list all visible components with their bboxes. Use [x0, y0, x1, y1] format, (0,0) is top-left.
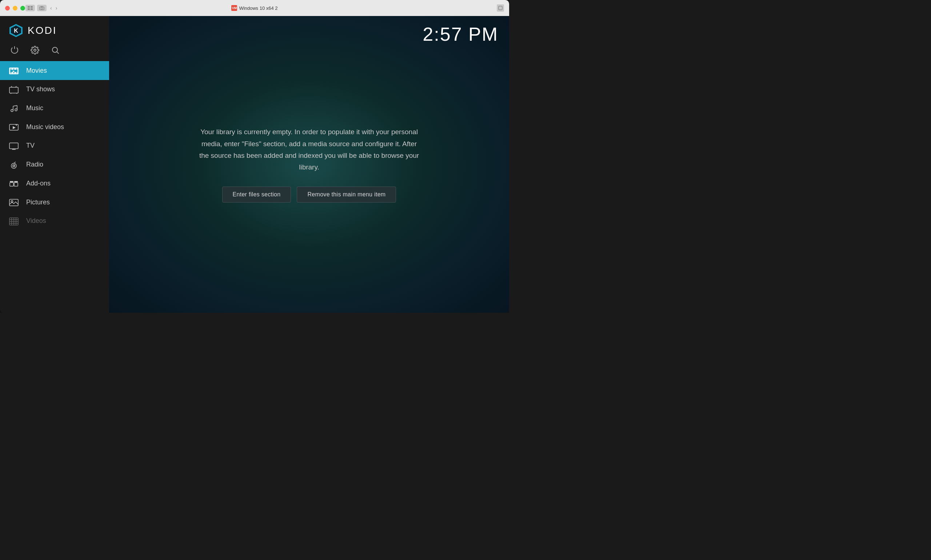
svg-point-16: [11, 68, 12, 69]
minimize-button[interactable]: [13, 6, 17, 11]
sidebar: K KODI: [0, 16, 109, 313]
sidebar-item-musicvideos[interactable]: Music videos: [0, 117, 109, 136]
sidebar-label-radio: Radio: [26, 161, 43, 168]
forward-button[interactable]: ›: [54, 5, 59, 12]
sidebar-item-pictures[interactable]: Pictures: [0, 193, 109, 212]
addons-icon: [9, 179, 19, 188]
traffic-lights: [5, 6, 25, 11]
sidebar-menu: Movies TV shows: [0, 61, 109, 313]
enter-files-button[interactable]: Enter files section: [222, 186, 291, 203]
svg-point-18: [16, 68, 17, 69]
titlebar-nav[interactable]: ‹ ›: [49, 5, 58, 12]
sidebar-item-tv[interactable]: TV: [0, 136, 109, 155]
music-icon: [9, 104, 19, 113]
search-icon[interactable]: [51, 45, 60, 55]
svg-point-11: [34, 49, 36, 51]
sidebar-item-radio[interactable]: Radio: [0, 155, 109, 174]
sidebar-header: K KODI: [0, 16, 109, 42]
vm-icon: VM: [231, 5, 237, 11]
svg-point-5: [41, 8, 43, 9]
svg-point-29: [11, 109, 13, 112]
sidebar-icon-row: [0, 42, 109, 61]
sidebar-item-movies[interactable]: Movies: [0, 61, 109, 80]
svg-point-20: [14, 72, 15, 73]
tv-icon: [9, 142, 19, 150]
pictures-icon: [9, 198, 19, 206]
titlebar-right: [497, 5, 504, 12]
svg-rect-2: [28, 8, 30, 10]
sidebar-item-addons[interactable]: Add-ons: [0, 174, 109, 193]
sidebar-label-addons: Add-ons: [26, 180, 51, 187]
svg-point-17: [14, 68, 15, 69]
svg-line-43: [14, 162, 15, 163]
sidebar-label-videos: Videos: [26, 217, 46, 225]
library-message: Your library is currently empty. In orde…: [182, 112, 436, 217]
svg-rect-3: [31, 8, 33, 10]
svg-rect-0: [28, 6, 30, 8]
sidebar-label-pictures: Pictures: [26, 198, 50, 206]
tvshows-icon: [9, 85, 19, 94]
window-title: VM Windows 10 x64 2: [231, 5, 277, 11]
svg-rect-7: [499, 6, 502, 10]
svg-rect-6: [41, 6, 43, 7]
svg-rect-46: [10, 183, 14, 186]
sidebar-label-tvshows: TV shows: [26, 85, 55, 93]
sidebar-item-tvshows[interactable]: TV shows: [0, 80, 109, 99]
titlebar-controls: ‹ ›: [25, 5, 58, 12]
svg-point-21: [16, 72, 17, 73]
svg-line-13: [57, 52, 58, 54]
close-button[interactable]: [5, 6, 10, 11]
svg-rect-1: [31, 6, 33, 8]
remove-menu-item-button[interactable]: Remove this main menu item: [297, 186, 396, 203]
svg-point-19: [11, 72, 12, 73]
sidebar-label-music: Music: [26, 105, 43, 112]
app-window: K KODI: [0, 16, 509, 313]
svg-text:K: K: [14, 28, 18, 34]
back-button[interactable]: ‹: [49, 5, 54, 12]
power-icon[interactable]: [10, 45, 19, 55]
svg-point-30: [15, 109, 17, 111]
kodi-logo-icon: K: [9, 23, 23, 38]
kodi-title: KODI: [28, 25, 57, 36]
sidebar-label-tv: TV: [26, 142, 35, 149]
snapshot-button[interactable]: [37, 5, 46, 11]
sidebar-label-movies: Movies: [26, 67, 47, 75]
movies-icon: [9, 66, 19, 75]
svg-rect-24: [9, 87, 18, 93]
sidebar-item-music[interactable]: Music: [0, 99, 109, 118]
settings-icon[interactable]: [31, 45, 39, 55]
library-buttons: Enter files section Remove this main men…: [196, 186, 422, 203]
fullscreen-button[interactable]: [497, 5, 504, 12]
svg-line-33: [13, 105, 17, 106]
main-content: 2:57 PM Your library is currently empty.…: [109, 16, 509, 313]
svg-marker-35: [13, 126, 15, 129]
maximize-button[interactable]: [20, 6, 25, 11]
videos-icon: [9, 217, 19, 225]
sidebar-label-musicvideos: Music videos: [26, 123, 64, 131]
view-button[interactable]: [25, 5, 35, 11]
svg-rect-47: [14, 183, 18, 186]
svg-rect-38: [9, 143, 18, 149]
sidebar-item-videos[interactable]: Videos: [0, 212, 109, 231]
radio-icon: [9, 160, 19, 169]
svg-rect-52: [9, 199, 18, 206]
library-text: Your library is currently empty. In orde…: [196, 126, 422, 173]
musicvideos-icon: [9, 123, 19, 131]
svg-point-12: [52, 47, 57, 52]
time-display: 2:57 PM: [423, 23, 498, 45]
titlebar: ‹ › VM Windows 10 x64 2: [0, 0, 509, 16]
